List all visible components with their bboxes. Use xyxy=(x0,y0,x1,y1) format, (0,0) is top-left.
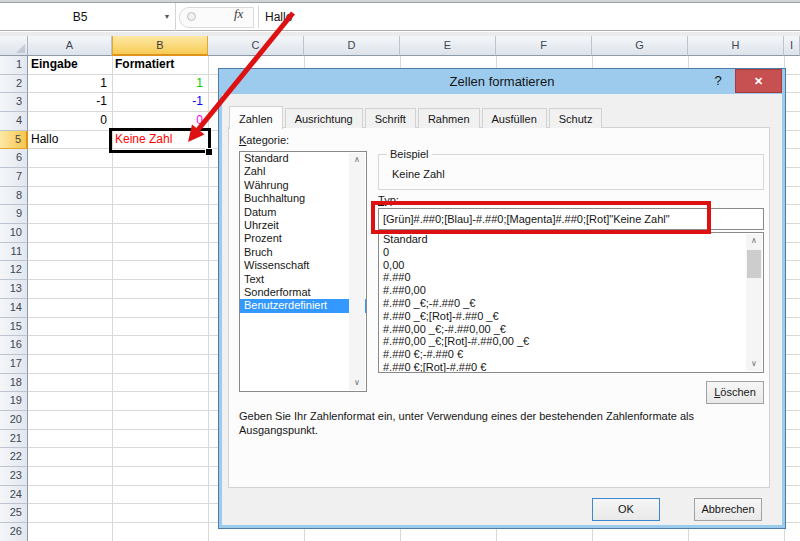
tab-rahmen[interactable]: Rahmen xyxy=(418,108,480,128)
category-scrollbar[interactable]: ∧ ∨ xyxy=(349,153,365,390)
tab-schutz[interactable]: Schutz xyxy=(549,108,603,128)
format-item-1[interactable]: 0 xyxy=(379,246,763,259)
category-item-buchhaltung[interactable]: Buchhaltung xyxy=(240,192,366,205)
format-item-2[interactable]: 0,00 xyxy=(379,259,763,272)
row-header-16[interactable]: 16 xyxy=(0,336,28,355)
category-item-bruch[interactable]: Bruch xyxy=(240,246,366,259)
name-box-value[interactable]: B5 xyxy=(0,3,160,31)
cell-B2[interactable]: 1 xyxy=(115,75,203,94)
excel-window: B5 ▼ fx Hallo ABCDEFGHI 1234567891011121… xyxy=(0,0,800,541)
example-value: Keine Zahl xyxy=(392,168,445,180)
row-header-20[interactable]: 20 xyxy=(0,411,28,430)
cell-B1[interactable]: Formatiert xyxy=(115,56,203,75)
format-item-5[interactable]: #.##0 _€;-#.##0 _€ xyxy=(379,297,763,310)
row-header-13[interactable]: 13 xyxy=(0,280,28,299)
cell-A4[interactable]: 0 xyxy=(31,112,107,131)
formula-bar-collapse-icon[interactable] xyxy=(187,12,196,21)
row-header-19[interactable]: 19 xyxy=(0,392,28,411)
column-header-B[interactable]: B xyxy=(112,36,208,56)
row-header-18[interactable]: 18 xyxy=(0,374,28,393)
dialog-close-button[interactable]: ✕ xyxy=(735,69,782,93)
format-item-8[interactable]: #.##0,00 _€;[Rot]-#.##0,00 _€ xyxy=(379,335,763,348)
category-item-zahl[interactable]: Zahl xyxy=(240,165,366,178)
row-header-3[interactable]: 3 xyxy=(0,93,28,112)
dialog-help-button[interactable]: ? xyxy=(707,73,729,88)
scroll-up-icon[interactable]: ∧ xyxy=(746,234,762,248)
cancel-button[interactable]: Abbrechen xyxy=(694,498,762,521)
row-header-23[interactable]: 23 xyxy=(0,467,28,486)
formula-bar-input[interactable]: Hallo xyxy=(265,3,292,31)
insert-function-icon[interactable]: fx xyxy=(234,6,256,28)
format-listbox[interactable]: Standard00,00#.##0#.##0,00#.##0 _€;-#.##… xyxy=(378,232,764,373)
cell-B3[interactable]: -1 xyxy=(115,93,203,112)
cell-A2[interactable]: 1 xyxy=(31,75,107,94)
format-item-3[interactable]: #.##0 xyxy=(379,271,763,284)
scroll-down-icon[interactable]: ∨ xyxy=(349,376,365,390)
fill-handle[interactable] xyxy=(205,148,213,156)
column-header-E[interactable]: E xyxy=(400,36,496,56)
formula-bar-divider xyxy=(258,6,259,28)
format-scrollbar[interactable]: ∧ ∨ xyxy=(746,234,762,371)
scrollbar-thumb[interactable] xyxy=(747,250,761,278)
category-item-prozent[interactable]: Prozent xyxy=(240,232,366,245)
cell-A5[interactable]: Hallo xyxy=(31,131,107,150)
row-header-11[interactable]: 11 xyxy=(0,243,28,262)
format-item-7[interactable]: #.##0,00 _€;-#.##0,00 _€ xyxy=(379,323,763,336)
scroll-up-icon[interactable]: ∧ xyxy=(349,153,365,167)
row-header-21[interactable]: 21 xyxy=(0,430,28,449)
format-item-0[interactable]: Standard xyxy=(379,233,763,246)
column-header-I[interactable]: I xyxy=(784,36,800,56)
format-item-4[interactable]: #.##0,00 xyxy=(379,284,763,297)
format-item-6[interactable]: #.##0 _€;[Rot]-#.##0 _€ xyxy=(379,310,763,323)
selected-cell-border xyxy=(109,128,211,153)
tab-page-zahlen: Kategorie: StandardZahlWährungBuchhaltun… xyxy=(228,127,770,488)
ok-button[interactable]: OK xyxy=(592,498,660,521)
row-header-9[interactable]: 9 xyxy=(0,205,28,224)
name-box-dropdown-icon[interactable]: ▼ xyxy=(158,3,176,31)
column-header-C[interactable]: C xyxy=(208,36,304,56)
row-header-7[interactable]: 7 xyxy=(0,168,28,187)
row-header-26[interactable]: 26 xyxy=(0,523,28,541)
category-item-standard[interactable]: Standard xyxy=(240,152,366,165)
category-item-text[interactable]: Text xyxy=(240,273,366,286)
format-item-9[interactable]: #.##0 €;-#.##0 € xyxy=(379,348,763,361)
row-header-12[interactable]: 12 xyxy=(0,261,28,280)
row-header-6[interactable]: 6 xyxy=(0,149,28,168)
column-header-F[interactable]: F xyxy=(496,36,592,56)
tab-schrift[interactable]: Schrift xyxy=(365,108,416,128)
category-label: Kategorie: xyxy=(239,134,289,146)
category-item-wissenschaft[interactable]: Wissenschaft xyxy=(240,259,366,272)
fx-glyph: fx xyxy=(234,6,243,21)
row-header-17[interactable]: 17 xyxy=(0,355,28,374)
category-item-benutzerdefiniert[interactable]: Benutzerdefiniert xyxy=(240,299,366,312)
row-header-5[interactable]: 5 xyxy=(0,131,28,150)
row-header-15[interactable]: 15 xyxy=(0,318,28,337)
column-header-D[interactable]: D xyxy=(304,36,400,56)
row-header-22[interactable]: 22 xyxy=(0,448,28,467)
column-header-G[interactable]: G xyxy=(592,36,688,56)
delete-button[interactable]: Löschen xyxy=(706,381,764,404)
tab-ausfüllen[interactable]: Ausfüllen xyxy=(482,108,547,128)
row-header-2[interactable]: 2 xyxy=(0,75,28,94)
category-item-uhrzeit[interactable]: Uhrzeit xyxy=(240,219,366,232)
category-item-datum[interactable]: Datum xyxy=(240,206,366,219)
row-header-25[interactable]: 25 xyxy=(0,504,28,523)
row-header-24[interactable]: 24 xyxy=(0,486,28,505)
category-listbox[interactable]: StandardZahlWährungBuchhaltungDatumUhrze… xyxy=(239,151,367,392)
category-item-währung[interactable]: Währung xyxy=(240,179,366,192)
row-header-10[interactable]: 10 xyxy=(0,224,28,243)
tab-zahlen[interactable]: Zahlen xyxy=(229,106,283,129)
select-all-corner[interactable] xyxy=(0,36,28,56)
row-header-14[interactable]: 14 xyxy=(0,299,28,318)
tab-ausrichtung[interactable]: Ausrichtung xyxy=(285,108,363,128)
row-header-4[interactable]: 4 xyxy=(0,112,28,131)
cell-A3[interactable]: -1 xyxy=(31,93,107,112)
row-header-8[interactable]: 8 xyxy=(0,187,28,206)
format-item-10[interactable]: #.##0 €;[Rot]-#.##0 € xyxy=(379,361,763,373)
column-header-A[interactable]: A xyxy=(28,36,112,56)
scroll-down-icon[interactable]: ∨ xyxy=(746,357,762,371)
row-header-1[interactable]: 1 xyxy=(0,56,28,75)
cell-A1[interactable]: Eingabe xyxy=(31,56,107,75)
column-header-H[interactable]: H xyxy=(688,36,784,56)
category-item-sonderformat[interactable]: Sonderformat xyxy=(240,286,366,299)
